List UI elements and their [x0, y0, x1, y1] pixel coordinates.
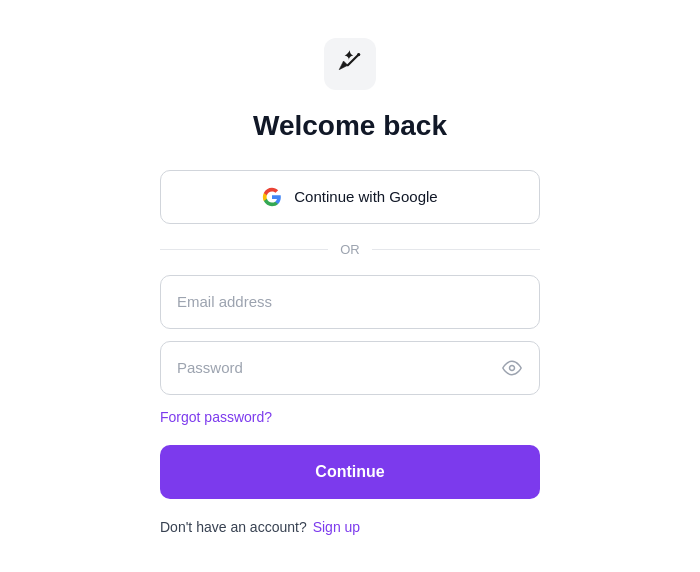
divider-line-right	[372, 249, 540, 250]
google-signin-button[interactable]: Continue with Google	[160, 170, 540, 224]
or-divider: OR	[160, 242, 540, 257]
eye-icon	[502, 358, 522, 378]
password-input[interactable]	[160, 341, 540, 395]
login-form: Continue with Google OR Forgot password?…	[160, 170, 540, 535]
password-wrapper	[160, 341, 540, 395]
google-icon	[262, 187, 282, 207]
svg-point-1	[357, 52, 360, 55]
login-container: Welcome back Continue with Google OR	[160, 38, 540, 535]
signup-link[interactable]: Sign up	[313, 519, 360, 535]
forgot-password-link[interactable]: Forgot password?	[160, 409, 272, 425]
divider-line-left	[160, 249, 328, 250]
app-logo	[324, 38, 376, 90]
or-text: OR	[340, 242, 360, 257]
toggle-password-button[interactable]	[498, 354, 526, 382]
page-title: Welcome back	[253, 110, 447, 142]
signup-prompt: Don't have an account?	[160, 519, 307, 535]
signup-row: Don't have an account? Sign up	[160, 519, 540, 535]
continue-button[interactable]: Continue	[160, 445, 540, 499]
email-input[interactable]	[160, 275, 540, 329]
svg-point-2	[510, 365, 515, 370]
google-button-label: Continue with Google	[294, 188, 437, 205]
app-logo-icon	[337, 48, 363, 80]
